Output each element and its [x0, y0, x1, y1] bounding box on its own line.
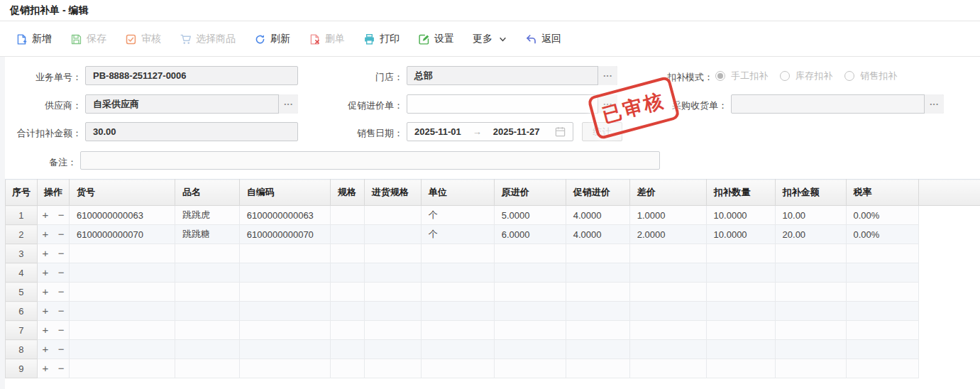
calendar-icon[interactable]: [555, 126, 566, 137]
cell-diff[interactable]: 1.0000: [629, 206, 706, 225]
store-lookup-button[interactable]: ···: [598, 66, 617, 85]
cell-unit[interactable]: [421, 263, 494, 283]
cell-orig-price[interactable]: [494, 359, 566, 378]
cell-promo-price[interactable]: [566, 340, 629, 359]
cell-unit[interactable]: [421, 283, 494, 302]
remove-row-button[interactable]: −: [58, 209, 65, 220]
cell-name[interactable]: [175, 340, 239, 359]
cell-item-no[interactable]: [69, 321, 175, 340]
cell-tax[interactable]: [846, 263, 919, 283]
cell-diff[interactable]: [629, 340, 706, 359]
table-row[interactable]: 5 + −: [6, 283, 980, 302]
radio-selected-icon[interactable]: [715, 71, 725, 81]
cell-purchase-spec[interactable]: [364, 302, 421, 321]
purchase-receipt-field[interactable]: ···: [731, 94, 944, 114]
radio-icon[interactable]: [844, 71, 854, 81]
cell-orig-price[interactable]: [494, 263, 566, 283]
cell-name[interactable]: [175, 244, 239, 263]
cell-name[interactable]: 跳跳糖: [175, 225, 239, 244]
cell-promo-price[interactable]: [566, 359, 629, 378]
cell-item-no[interactable]: 6100000000063: [69, 206, 175, 225]
cell-tax[interactable]: 0.00%: [846, 225, 919, 244]
cell-code[interactable]: [239, 283, 330, 302]
cell-code[interactable]: [239, 263, 330, 283]
sales-date-range-field[interactable]: 2025-11-01 → 2025-11-27: [407, 122, 573, 141]
settings-button[interactable]: 设置: [418, 33, 454, 45]
cell-item-no[interactable]: [69, 244, 175, 263]
cell-amount[interactable]: [775, 302, 846, 321]
cell-purchase-spec[interactable]: [364, 263, 421, 283]
refresh-button[interactable]: 刷新: [254, 33, 290, 45]
cell-spec[interactable]: [330, 359, 364, 378]
cell-spec[interactable]: [330, 321, 364, 340]
cell-name[interactable]: 跳跳虎: [175, 206, 239, 225]
cell-spec[interactable]: [330, 283, 364, 302]
table-row[interactable]: 4 + −: [6, 263, 980, 283]
cell-unit[interactable]: [421, 359, 494, 378]
supplier-field[interactable]: 自采供应商 ···: [85, 94, 298, 114]
cell-diff[interactable]: [629, 359, 706, 378]
cell-orig-price[interactable]: [494, 321, 566, 340]
more-button[interactable]: 更多: [473, 33, 507, 45]
remove-row-button[interactable]: −: [58, 344, 65, 354]
add-row-button[interactable]: +: [42, 344, 48, 354]
cell-amount[interactable]: 20.00: [775, 225, 846, 244]
cell-amount[interactable]: [775, 321, 846, 340]
cell-spec[interactable]: [330, 244, 364, 263]
cell-item-no[interactable]: [69, 263, 175, 283]
cell-promo-price[interactable]: [566, 302, 629, 321]
save-button[interactable]: 保存: [70, 33, 106, 45]
cell-diff[interactable]: [629, 263, 706, 283]
cell-orig-price[interactable]: 6.0000: [494, 225, 566, 244]
sales-date-start[interactable]: 2025-11-01: [414, 126, 461, 137]
cell-qty[interactable]: [706, 321, 775, 340]
cell-spec[interactable]: [330, 302, 364, 321]
cell-qty[interactable]: [706, 283, 775, 302]
mode-option-manual[interactable]: 手工扣补: [715, 70, 768, 82]
table-row[interactable]: 1 + − 6100000000063 跳跳虎 6100000000063 个 …: [6, 206, 980, 225]
cell-item-no[interactable]: [69, 283, 175, 302]
new-button[interactable]: 新增: [16, 33, 52, 45]
add-row-button[interactable]: +: [42, 248, 48, 258]
cell-item-no[interactable]: [69, 359, 175, 378]
cell-amount[interactable]: [775, 340, 846, 359]
promo-price-doc-field[interactable]: ···: [407, 94, 617, 114]
cell-diff[interactable]: [629, 321, 706, 340]
cell-amount[interactable]: [775, 263, 846, 283]
cell-name[interactable]: [175, 283, 239, 302]
cell-orig-price[interactable]: [494, 283, 566, 302]
cell-diff[interactable]: [629, 302, 706, 321]
cell-name[interactable]: [175, 263, 239, 283]
remove-row-button[interactable]: −: [58, 324, 65, 335]
delete-button[interactable]: 删单: [309, 33, 345, 45]
supplier-lookup-button[interactable]: ···: [278, 94, 298, 114]
cell-promo-price[interactable]: 4.0000: [566, 206, 629, 225]
cell-tax[interactable]: [846, 302, 919, 321]
cell-name[interactable]: [175, 302, 239, 321]
cell-code[interactable]: [239, 244, 330, 263]
cell-orig-price[interactable]: [494, 302, 566, 321]
cell-promo-price[interactable]: [566, 263, 629, 283]
cell-promo-price[interactable]: 4.0000: [566, 225, 629, 244]
cell-tax[interactable]: [846, 283, 919, 302]
cell-code[interactable]: [239, 359, 330, 378]
cell-qty[interactable]: 10.0000: [706, 225, 775, 244]
cell-diff[interactable]: [629, 244, 706, 263]
add-row-button[interactable]: +: [42, 305, 48, 316]
cell-code[interactable]: 6100000000070: [239, 225, 330, 244]
cell-spec[interactable]: [330, 225, 364, 244]
cell-unit[interactable]: 个: [421, 206, 494, 225]
remove-row-button[interactable]: −: [58, 286, 65, 297]
cell-qty[interactable]: [706, 340, 775, 359]
cell-qty[interactable]: [706, 359, 775, 378]
audit-button[interactable]: 审核: [125, 33, 161, 45]
table-row[interactable]: 8 + −: [6, 340, 980, 359]
add-row-button[interactable]: +: [42, 267, 48, 278]
mode-option-sales[interactable]: 销售扣补: [844, 70, 897, 82]
cell-orig-price[interactable]: 5.0000: [494, 206, 566, 225]
cell-code[interactable]: [239, 340, 330, 359]
cell-purchase-spec[interactable]: [364, 244, 421, 263]
cell-item-no[interactable]: [69, 340, 175, 359]
cell-spec[interactable]: [330, 206, 364, 225]
cell-unit[interactable]: [421, 321, 494, 340]
